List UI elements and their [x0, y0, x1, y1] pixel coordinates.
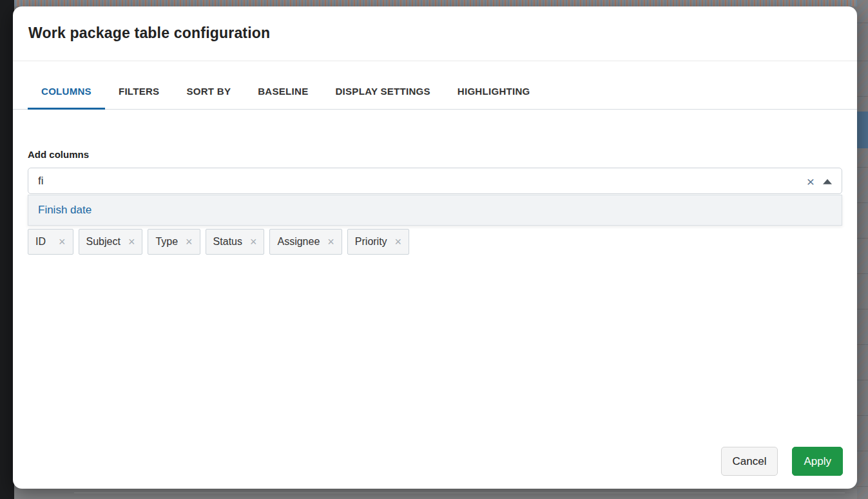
tab-filters[interactable]: FILTERS [105, 61, 173, 109]
chip-label: Type [155, 236, 178, 248]
column-chip-assignee: Assignee × [269, 229, 342, 255]
remove-column-icon[interactable]: × [186, 236, 193, 248]
chip-label: ID [35, 236, 46, 248]
remove-column-icon[interactable]: × [395, 236, 402, 248]
background-sidebar [0, 0, 14, 499]
autocomplete-dropdown: Finish date [28, 195, 842, 226]
chip-label: Subject [86, 236, 121, 248]
chip-label: Status [213, 236, 242, 248]
tab-bar: COLUMNS FILTERS SORT BY BASELINE DISPLAY… [13, 61, 857, 110]
remove-column-icon[interactable]: × [59, 236, 66, 248]
caret-up-icon[interactable] [823, 179, 832, 184]
work-package-config-modal: Work package table configuration COLUMNS… [13, 6, 857, 489]
chip-label: Priority [355, 236, 387, 248]
column-chip-status: Status × [206, 229, 265, 255]
tab-sort-by[interactable]: SORT BY [173, 61, 244, 109]
modal-header: Work package table configuration [13, 6, 857, 61]
background-table-edge [857, 0, 868, 499]
column-chip-priority: Priority × [347, 229, 409, 255]
tab-baseline[interactable]: BASELINE [244, 61, 322, 109]
selected-columns-list: ID × Subject × Type × Status × Assignee … [28, 229, 842, 255]
column-chip-type: Type × [148, 229, 200, 255]
dropdown-option-finish-date[interactable]: Finish date [28, 195, 842, 225]
tab-columns[interactable]: COLUMNS [28, 61, 105, 109]
columns-tab-content: Add columns × Finish date ID × Subject ×… [13, 149, 857, 255]
column-search-input[interactable] [28, 168, 842, 193]
tab-display-settings[interactable]: DISPLAY SETTINGS [322, 61, 443, 109]
chip-label: Assignee [277, 236, 320, 248]
column-chip-id: ID × [28, 229, 73, 255]
tab-highlighting[interactable]: HIGHLIGHTING [444, 61, 544, 109]
add-columns-label: Add columns [28, 149, 842, 160]
apply-button[interactable]: Apply [792, 447, 843, 476]
modal-footer: Cancel Apply [721, 447, 843, 476]
remove-column-icon[interactable]: × [327, 236, 334, 248]
modal-title: Work package table configuration [28, 24, 842, 42]
clear-input-icon[interactable]: × [807, 174, 815, 188]
background-selected-row [857, 112, 868, 148]
remove-column-icon[interactable]: × [250, 236, 257, 248]
cancel-button[interactable]: Cancel [721, 447, 778, 476]
add-columns-select[interactable]: × [28, 168, 842, 194]
background-pattern-strip [0, 0, 868, 6]
background-footer-area [14, 489, 857, 499]
remove-column-icon[interactable]: × [128, 236, 135, 248]
column-chip-subject: Subject × [79, 229, 143, 255]
background-footer-divider [74, 493, 845, 493]
